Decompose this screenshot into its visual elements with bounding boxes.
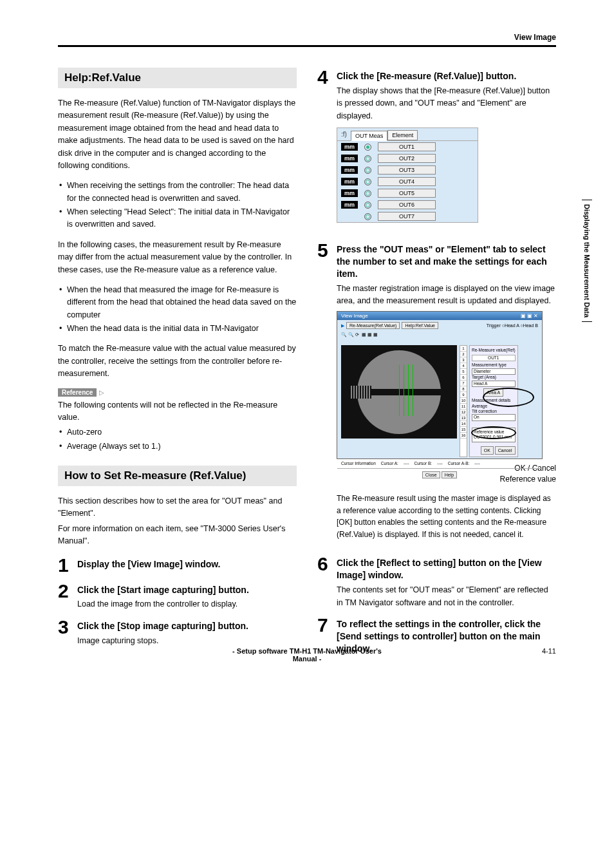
cursor-ab: Cursor A-B: bbox=[448, 461, 470, 466]
unit-mm: mm bbox=[341, 155, 358, 162]
step-desc: Image capturing stops. bbox=[77, 635, 297, 647]
select-tilt-on[interactable]: On bbox=[472, 414, 516, 420]
label-meas-type: Measurement type bbox=[472, 363, 516, 368]
heading-how-to-set: How to Set Re-measure (Ref.Value) bbox=[58, 466, 297, 486]
step-desc: The master registration image is display… bbox=[337, 283, 556, 308]
button-out6[interactable]: OUT6 bbox=[378, 200, 436, 209]
radio-out3[interactable] bbox=[364, 167, 371, 174]
reference-value-title: Reference value bbox=[474, 429, 514, 435]
unit-mm: mm bbox=[341, 201, 358, 209]
howto-moreinfo: For more information on each item, see "… bbox=[58, 523, 297, 548]
step-4: 4 Click the [Re-measure (Ref.Value)] but… bbox=[317, 68, 556, 234]
step-number: 2 bbox=[58, 581, 71, 611]
radio-out2[interactable] bbox=[364, 155, 371, 162]
figure-out-meas: :f) OUT Meas Element mm OUT1 mm OU bbox=[337, 127, 478, 223]
step-desc: The display shows that the [Re-measure (… bbox=[337, 85, 556, 122]
toolbar-help-button[interactable]: Help:Ref.Value bbox=[402, 322, 438, 329]
step-desc: The contents set for "OUT meas" or "Elem… bbox=[337, 584, 556, 609]
reference-intro: The following contents will not be refle… bbox=[58, 399, 297, 424]
step-number: 1 bbox=[58, 556, 71, 575]
label-average: Average bbox=[472, 404, 516, 409]
settings-panel: Re-Measure value(Ref) OUT1 Measurement t… bbox=[469, 345, 518, 457]
radio-out6[interactable] bbox=[364, 202, 371, 209]
step-3: 3 Click the [Stop image capturing] butto… bbox=[58, 618, 297, 647]
tab-out-meas[interactable]: OUT Meas bbox=[351, 131, 387, 141]
radio-out7[interactable] bbox=[364, 213, 371, 220]
reference-arrow-icon: ▷ bbox=[99, 389, 104, 396]
howto-intro: This section describes how to set the ar… bbox=[58, 495, 297, 520]
step-number: 5 bbox=[317, 241, 330, 548]
right-column: 4 Click the [Re-measure (Ref.Value)] but… bbox=[317, 68, 556, 664]
button-out1[interactable]: OUT1 bbox=[378, 142, 436, 151]
panel-header: Re-Measure value(Ref) bbox=[472, 348, 516, 353]
step-title: Click the [Reflect to setting] button on… bbox=[337, 554, 556, 581]
step-number: 4 bbox=[317, 68, 330, 234]
button-out4[interactable]: OUT4 bbox=[378, 177, 436, 186]
unit-mm: mm bbox=[341, 178, 358, 185]
toolbar-remeasure-button[interactable]: Re-Measure(Ref.Value) bbox=[346, 322, 400, 329]
step-5: 5 Press the "OUT meas" or "Element" tab … bbox=[317, 241, 556, 548]
cursor-info-label: Cursor Information bbox=[341, 461, 376, 466]
header-rule bbox=[58, 45, 556, 47]
radio-out4[interactable] bbox=[364, 178, 371, 185]
page-number: 4-11 bbox=[390, 647, 556, 663]
header-section: View Image bbox=[514, 33, 556, 42]
step-title: Press the "OUT meas" or "Element" tab to… bbox=[337, 241, 556, 280]
side-tab: Displaying the Measurement Data bbox=[582, 200, 592, 322]
unit-mm: mm bbox=[341, 166, 358, 174]
step-title: Display the [View Image] window. bbox=[77, 556, 297, 571]
help-case-1: When the head that measured the image fo… bbox=[58, 284, 297, 321]
zoom-icon[interactable]: 🔍 🔍 ⟳ bbox=[341, 332, 359, 337]
unit-mm: mm bbox=[341, 143, 358, 151]
ref-item-1: Auto-zero bbox=[58, 426, 297, 439]
step-number: 3 bbox=[58, 618, 71, 647]
footer-title: - Setup software TM-H1 TM-Navigator User… bbox=[224, 647, 390, 663]
button-out5[interactable]: OUT5 bbox=[378, 189, 436, 198]
cancel-button[interactable]: Cancel bbox=[495, 446, 516, 455]
close-button[interactable]: Close bbox=[422, 471, 440, 478]
cursor-a: Cursor A: bbox=[381, 461, 398, 466]
select-diameter[interactable]: Diameter bbox=[472, 368, 516, 375]
help-intro: The Re-measure (Ref.Value) function of T… bbox=[58, 97, 297, 172]
button-out3[interactable]: OUT3 bbox=[378, 165, 436, 175]
unit-mm: mm bbox=[341, 189, 358, 197]
button-out7[interactable]: OUT7 bbox=[378, 212, 436, 221]
help-cond-1: When receiving the settings from the con… bbox=[58, 180, 297, 205]
grid-icon[interactable]: ▦ ▦ ▦ bbox=[362, 332, 378, 337]
help-button[interactable]: Help bbox=[442, 471, 457, 478]
step-6: 6 Click the [Reflect to setting] button … bbox=[317, 554, 556, 609]
window-controls-icon[interactable]: ▣ ▣ ✕ bbox=[521, 313, 538, 319]
help-cond-2: When selecting "Head Select": The initia… bbox=[58, 206, 297, 231]
ok-button[interactable]: OK bbox=[481, 446, 494, 455]
area-button[interactable]: Area A bbox=[483, 388, 503, 397]
reference-value: OUT0001 0.981 mm bbox=[474, 435, 514, 440]
ref-item-2: Average (Always set to 1.) bbox=[58, 440, 297, 453]
image-view-area[interactable] bbox=[341, 345, 457, 439]
panel-out-label: OUT1 bbox=[472, 355, 516, 361]
left-column: Help:Ref.Value The Re-measure (Ref.Value… bbox=[58, 68, 297, 664]
step5-result: The Re-measure result using the master i… bbox=[337, 493, 556, 540]
out-number-list[interactable]: 12345678 910111213141516 bbox=[460, 345, 467, 457]
toolbar-head-label: Trigger ○Head A ○Head B bbox=[487, 323, 538, 328]
heading-help-ref-value: Help:Ref.Value bbox=[58, 68, 297, 88]
button-out2[interactable]: OUT2 bbox=[378, 154, 436, 163]
select-head[interactable]: Head A bbox=[472, 381, 516, 387]
help-differ: In the following cases, the measurement … bbox=[58, 239, 297, 276]
toolbar-link[interactable]: ▶ bbox=[341, 323, 344, 328]
step-title: Click the [Stop image capturing] button. bbox=[77, 618, 297, 632]
tab-element[interactable]: Element bbox=[387, 130, 418, 140]
radio-out1[interactable] bbox=[364, 144, 371, 151]
figure-view-image-window: View Image ▣ ▣ ✕ ▶ Re-Measure(Ref.Value)… bbox=[337, 311, 543, 459]
step-title: Click the [Re-measure (Ref.Value)] butto… bbox=[337, 68, 556, 82]
label-tilt: Tilt correction bbox=[472, 409, 516, 414]
help-case-2: When the head data is the initial data i… bbox=[58, 323, 297, 335]
label-meas-details: Measurement details bbox=[472, 398, 516, 403]
step-desc: Load the image from the controller to di… bbox=[77, 598, 297, 610]
fig-prefix: :f) bbox=[337, 129, 351, 140]
radio-out5[interactable] bbox=[364, 190, 371, 197]
label-target: Target (Area) bbox=[472, 375, 516, 380]
step-number: 6 bbox=[317, 554, 330, 609]
cursor-b: Cursor B: bbox=[414, 461, 432, 466]
reference-badge: Reference bbox=[58, 388, 97, 397]
page-footer: - Setup software TM-H1 TM-Navigator User… bbox=[58, 647, 556, 663]
